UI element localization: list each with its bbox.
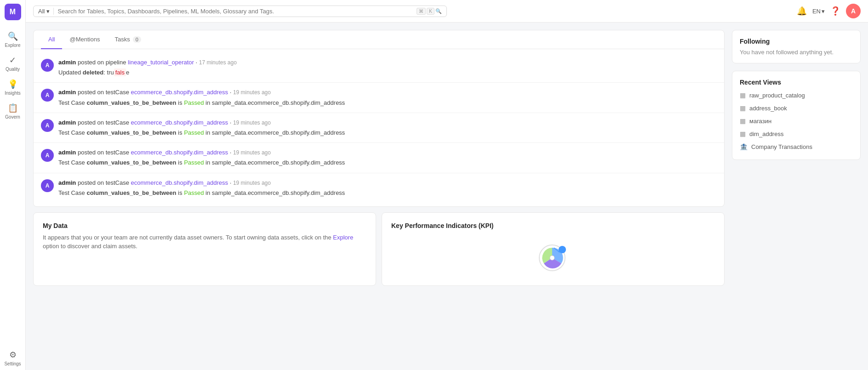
explore-icon: 🔍 — [8, 31, 18, 41]
tab-all-label: All — [48, 36, 55, 43]
my-data-desc-text: It appears that you or your team are not… — [43, 234, 331, 241]
help-icon[interactable]: ❓ — [830, 6, 840, 16]
activity-highlight-del: fals — [114, 68, 126, 76]
activity-dot-5: · — [230, 179, 233, 186]
topbar: All ▾ ⌘ K 🔍 🔔 EN ▾ ❓ A — [26, 0, 868, 23]
sidebar-item-label-explore: Explore — [5, 43, 21, 48]
recent-view-label: магазин — [749, 118, 771, 125]
activity-dot-3: · — [230, 119, 233, 126]
lang-chevron-icon: ▾ — [822, 8, 825, 15]
tab-mentions-label: @Mentions — [69, 36, 100, 43]
language-selector[interactable]: EN ▾ — [812, 8, 825, 15]
activity-content-3: admin posted on testCase ecommerce_db.sh… — [58, 119, 717, 137]
activity-dot-1: · — [196, 59, 199, 66]
activity-link-3[interactable]: ecommerce_db.shopify.dim_address — [131, 119, 228, 126]
topbar-right: 🔔 EN ▾ ❓ A — [797, 4, 861, 18]
activity-action-4: posted on testCase — [78, 149, 131, 156]
app-logo[interactable]: M — [5, 4, 21, 20]
sidebar-item-label-insights: Insights — [5, 91, 20, 96]
activity-del-text: tru — [107, 69, 114, 76]
bottom-cards: My Data It appears that you or your team… — [33, 212, 725, 286]
activity-detail-3: Test Case column_values_to_be_between is… — [58, 129, 717, 137]
svg-point-1 — [559, 246, 566, 253]
sidebar-item-label-govern: Govern — [5, 114, 20, 120]
sidebar-item-label-settings: Settings — [4, 361, 21, 366]
tab-mentions[interactable]: @Mentions — [62, 30, 107, 49]
activity-time-5: 19 minutes ago — [233, 180, 271, 186]
activity-item: A admin posted on testCase ecommerce_db.… — [34, 113, 724, 143]
explore-link[interactable]: Explore — [333, 234, 353, 241]
tab-tasks[interactable]: Tasks 0 — [107, 30, 148, 49]
recent-view-label: dim_address — [749, 131, 783, 137]
test-case-3: column_values_to_be_between — [86, 129, 176, 136]
recent-view-item-magazin[interactable]: ▦ магазин — [740, 115, 853, 126]
my-data-card: My Data It appears that you or your team… — [33, 212, 376, 286]
recent-view-item-address-book[interactable]: ▦ address_book — [740, 102, 853, 114]
feed-tabs: All @Mentions Tasks 0 — [34, 30, 724, 49]
activity-link-2[interactable]: ecommerce_db.shopify.dim_address — [131, 89, 228, 96]
shortcut-symbol: ⌘ — [417, 8, 426, 15]
search-input[interactable] — [57, 8, 413, 15]
table-icon: ▦ — [740, 104, 746, 112]
table-icon: ▦ — [740, 130, 746, 137]
recent-view-item-company-transactions[interactable]: 🏦 Company Transactions — [740, 141, 853, 152]
main-content: All ▾ ⌘ K 🔍 🔔 EN ▾ ❓ A — [26, 0, 868, 370]
my-data-description: It appears that you or your team are not… — [43, 233, 366, 251]
recent-views-title: Recent Views — [740, 79, 853, 86]
sidebar-item-explore[interactable]: 🔍 Explore — [0, 28, 25, 51]
activity-link-1[interactable]: lineage_tutorial_operator — [128, 59, 194, 66]
activity-avatar-1: A — [41, 59, 54, 72]
recent-view-item-dim-address[interactable]: ▦ dim_address — [740, 128, 853, 139]
activity-avatar-5: A — [41, 179, 54, 192]
right-panel: Following You have not followed anything… — [732, 30, 861, 363]
insights-icon: 💡 — [8, 79, 18, 89]
activity-detail-5: Test Case column_values_to_be_between is… — [58, 189, 717, 197]
activity-action-2: posted on testCase — [78, 89, 131, 96]
table-icon: ▦ — [740, 117, 746, 125]
tab-all[interactable]: All — [41, 30, 62, 49]
settings-icon: ⚙ — [9, 350, 17, 360]
activity-user-3: admin — [58, 119, 76, 126]
feed-panel: All @Mentions Tasks 0 A — [33, 30, 725, 363]
sidebar-item-insights[interactable]: 💡 Insights — [0, 75, 25, 99]
activity-item: A admin posted on testCase ecommerce_db.… — [34, 143, 724, 173]
activity-header-2: admin posted on testCase ecommerce_db.sh… — [58, 88, 717, 97]
activity-user-5: admin — [58, 179, 76, 186]
search-filter-dropdown[interactable]: All ▾ — [38, 8, 54, 15]
activity-header-1: admin posted on pipeline lineage_tutoria… — [58, 58, 717, 67]
status-badge-2: Passed — [184, 99, 204, 106]
activity-content-5: admin posted on testCase ecommerce_db.sh… — [58, 179, 717, 197]
activity-detail-1: Updated deleted: trufalse — [58, 68, 717, 77]
activity-header-4: admin posted on testCase ecommerce_db.sh… — [58, 148, 717, 157]
recent-view-item-raw-product-catalog[interactable]: ▦ raw_product_catalog — [740, 90, 853, 101]
sidebar-item-settings[interactable]: ⚙ Settings — [0, 346, 25, 370]
quality-icon: ✓ — [9, 55, 16, 65]
user-avatar[interactable]: A — [846, 4, 861, 18]
table-icon: ▦ — [740, 91, 746, 99]
activity-header-3: admin posted on testCase ecommerce_db.sh… — [58, 119, 717, 127]
kpi-card: Key Performance Indicators (KPI) — [382, 212, 725, 286]
search-filter-label: All — [38, 8, 45, 15]
following-title: Following — [740, 38, 853, 45]
activity-content-1: admin posted on pipeline lineage_tutoria… — [58, 58, 717, 77]
language-label: EN — [812, 8, 821, 15]
activity-avatar-2: A — [41, 89, 54, 102]
recent-views-section: Recent Views ▦ raw_product_catalog ▦ add… — [732, 71, 861, 160]
activity-link-4[interactable]: ecommerce_db.shopify.dim_address — [131, 149, 228, 156]
svg-point-3 — [550, 256, 554, 260]
status-badge-5: Passed — [184, 189, 204, 196]
activity-content-2: admin posted on testCase ecommerce_db.sh… — [58, 88, 717, 107]
activity-avatar-4: A — [41, 149, 54, 162]
table-icon: 🏦 — [740, 143, 748, 150]
activity-list: A admin posted on pipeline lineage_tutor… — [34, 49, 724, 206]
shortcut-key: K — [427, 8, 434, 15]
sidebar-item-quality[interactable]: ✓ Quality — [0, 51, 25, 75]
test-case-4: column_values_to_be_between — [86, 159, 176, 166]
recent-view-label: address_book — [749, 105, 787, 112]
activity-link-5[interactable]: ecommerce_db.shopify.dim_address — [131, 179, 228, 186]
activity-item: A admin posted on testCase ecommerce_db.… — [34, 173, 724, 203]
sidebar-item-govern[interactable]: 📋 Govern — [0, 99, 25, 123]
notification-bell-icon[interactable]: 🔔 — [797, 6, 807, 16]
tasks-badge: 0 — [133, 36, 141, 43]
activity-time-4: 19 minutes ago — [233, 149, 271, 156]
